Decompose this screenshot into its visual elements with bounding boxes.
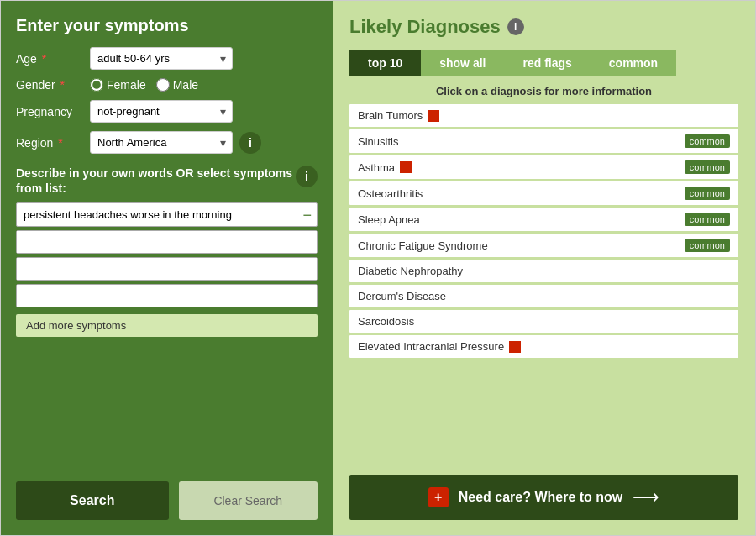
age-row: Age * adult 50-64 yrs child 0-11 teen 12…: [16, 47, 318, 70]
symptom-row-3: [16, 257, 318, 281]
symptom-row-1: −: [16, 202, 318, 227]
diagnosis-name: Asthma: [358, 161, 395, 174]
diagnosis-item[interactable]: Osteoarthritis common: [349, 181, 738, 205]
gender-row: Gender * Female Male: [16, 78, 318, 92]
gender-options: Female Male: [90, 78, 198, 92]
diagnoses-list: Brain Tumors Sinusitis common Asthma com…: [349, 104, 738, 465]
pregnancy-label: Pregnancy: [16, 105, 83, 118]
gender-female-radio[interactable]: [90, 78, 103, 92]
tab-common[interactable]: common: [591, 50, 676, 76]
symptom-input-1[interactable]: [17, 203, 297, 226]
red-flag-icon: [428, 110, 439, 122]
cross-icon: +: [428, 487, 449, 507]
pregnancy-row: Pregnancy not-pregnant pregnant: [16, 100, 318, 123]
diagnosis-item[interactable]: Asthma common: [349, 155, 738, 179]
region-select[interactable]: North America Europe Asia Africa South A…: [90, 131, 233, 154]
symptom-row-2: [16, 230, 318, 254]
region-select-wrapper: North America Europe Asia Africa South A…: [90, 131, 233, 154]
likely-diagnoses-info[interactable]: i: [507, 18, 524, 35]
diagnosis-left: Sarcoidosis: [358, 315, 414, 328]
common-badge: common: [685, 187, 730, 200]
symptom-row-4: [16, 284, 318, 307]
diagnosis-left: Sleep Apnea: [358, 213, 420, 226]
common-badge: common: [685, 213, 730, 226]
diagnosis-tabs: top 10 show all red flags common: [349, 50, 738, 76]
diagnosis-left: Diabetic Nephropathy: [358, 265, 463, 277]
right-header: Likely Diagnoses i: [349, 16, 738, 38]
diagnosis-item[interactable]: Sinusitis common: [349, 129, 738, 153]
diagnosis-left: Chronic Fatigue Syndrome: [358, 239, 488, 252]
gender-label: Gender *: [16, 78, 83, 92]
region-row: Region * North America Europe Asia Afric…: [16, 131, 318, 154]
diagnosis-left: Osteoarthritis: [358, 187, 423, 200]
describe-info-button[interactable]: i: [296, 166, 318, 187]
common-badge: common: [685, 160, 730, 174]
diagnosis-left: Sinusitis: [358, 135, 398, 148]
left-panel-title: Enter your symptoms: [16, 16, 318, 35]
age-label: Age *: [16, 52, 83, 66]
diagnosis-name: Brain Tumors: [358, 109, 423, 122]
red-flag-icon: [400, 161, 412, 173]
pregnancy-select[interactable]: not-pregnant pregnant: [90, 100, 233, 123]
common-badge: common: [685, 239, 730, 252]
describe-title: Describe in your own words OR select sym…: [16, 166, 296, 196]
bottom-buttons: Search Clear Search: [16, 468, 318, 520]
diagnosis-left: Brain Tumors: [358, 109, 439, 122]
click-hint: Click on a diagnosis for more informatio…: [349, 85, 738, 97]
diagnosis-item[interactable]: Sarcoidosis: [349, 310, 738, 333]
diagnosis-item[interactable]: Sleep Apnea common: [349, 208, 738, 231]
diagnosis-item[interactable]: Brain Tumors: [349, 104, 738, 127]
diagnosis-item[interactable]: Chronic Fatigue Syndrome common: [349, 234, 738, 257]
describe-header: Describe in your own words OR select sym…: [16, 166, 318, 196]
diagnosis-left: Dercum's Disease: [358, 290, 446, 302]
diagnosis-name: Sinusitis: [358, 135, 398, 148]
tab-showall[interactable]: show all: [421, 50, 504, 76]
right-panel-title: Likely Diagnoses: [349, 16, 501, 38]
diagnosis-left: Elevated Intracranial Pressure: [358, 340, 521, 353]
right-panel: Likely Diagnoses i top 10 show all red f…: [333, 1, 755, 535]
diagnosis-left: Asthma: [358, 161, 412, 174]
describe-section: Describe in your own words OR select sym…: [16, 166, 318, 337]
gender-female-label[interactable]: Female: [90, 78, 146, 92]
pregnancy-select-wrapper: not-pregnant pregnant: [90, 100, 233, 123]
age-select-wrapper: adult 50-64 yrs child 0-11 teen 12-17 ad…: [90, 47, 233, 70]
region-required: *: [58, 136, 62, 150]
arrow-right-icon: ⟶: [633, 486, 659, 508]
gender-male-label[interactable]: Male: [156, 78, 198, 92]
gender-required: *: [60, 78, 65, 92]
diagnosis-name: Sarcoidosis: [358, 315, 414, 328]
diagnosis-name: Osteoarthritis: [358, 187, 423, 200]
region-info-button[interactable]: i: [239, 132, 261, 154]
gender-male-radio[interactable]: [156, 78, 170, 92]
left-panel: Enter your symptoms Age * adult 50-64 yr…: [1, 1, 333, 535]
symptom-input-3[interactable]: [17, 258, 317, 280]
tab-top10[interactable]: top 10: [349, 50, 421, 76]
app-container: Enter your symptoms Age * adult 50-64 yr…: [0, 0, 756, 536]
diagnosis-item[interactable]: Diabetic Nephropathy: [349, 260, 738, 282]
need-care-text: Need care? Where to now: [459, 490, 623, 505]
symptom-input-4[interactable]: [17, 285, 317, 307]
red-flag-icon: [509, 341, 521, 353]
region-label: Region *: [16, 136, 83, 150]
diagnosis-name: Diabetic Nephropathy: [358, 265, 463, 277]
symptom-remove-1[interactable]: −: [297, 208, 317, 223]
age-select[interactable]: adult 50-64 yrs child 0-11 teen 12-17 ad…: [90, 47, 233, 70]
search-button[interactable]: Search: [16, 481, 169, 520]
diagnosis-name: Dercum's Disease: [358, 290, 446, 302]
symptom-input-2[interactable]: [17, 231, 317, 253]
diagnosis-name: Elevated Intracranial Pressure: [358, 340, 504, 353]
diagnosis-item[interactable]: Dercum's Disease: [349, 285, 738, 307]
age-required: *: [42, 52, 46, 66]
clear-button[interactable]: Clear Search: [179, 481, 318, 520]
diagnosis-item[interactable]: Elevated Intracranial Pressure: [349, 335, 738, 358]
add-more-button[interactable]: Add more symptoms: [16, 314, 318, 337]
diagnosis-name: Chronic Fatigue Syndrome: [358, 239, 488, 252]
diagnosis-name: Sleep Apnea: [358, 213, 420, 226]
tab-redflags[interactable]: red flags: [504, 50, 590, 76]
need-care-bar[interactable]: + Need care? Where to now ⟶: [349, 475, 738, 520]
common-badge: common: [685, 134, 730, 148]
